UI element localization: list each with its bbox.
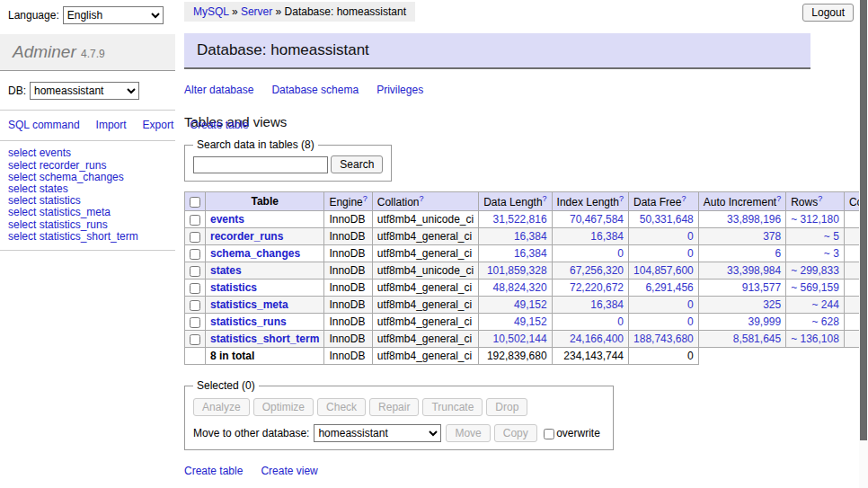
overwrite-option[interactable]: overwrite [544,427,605,439]
db-action-link[interactable]: Alter database [184,84,253,96]
app-version: 4.7.9 [81,48,105,60]
data-length-cell: 101,859,328 [479,262,552,279]
sidebar-select-link[interactable]: select events [8,147,167,159]
language-select[interactable]: English [63,6,164,24]
data-free-cell: 0 [629,245,699,262]
total-cell: 8 in total [206,348,324,365]
select-all-checkbox[interactable] [190,197,200,208]
adminer-logo[interactable]: Adminer [13,42,76,61]
data-free-cell: 0 [629,314,699,331]
table-row: recorder_runsInnoDButf8mb4_general_ci16,… [185,228,868,245]
column-help-link[interactable]: ? [776,194,781,203]
data-length-cell: 48,824,320 [479,279,552,297]
engine-cell: InnoDB [324,297,372,314]
table-link[interactable]: statistics_short_term [210,333,319,345]
table-link[interactable]: schema_changes [210,247,300,260]
data-free-cell: 188,743,680 [629,331,699,348]
rows-cell: ~ 5 [786,228,845,245]
move-button[interactable]: Move [446,424,490,442]
app-header: Adminer 4.7.9 [0,34,175,71]
scrollbar-thumb[interactable] [860,0,867,440]
overwrite-label: overwrite [556,427,600,439]
column-header-collation: Collation? [372,192,478,211]
total-cell: 192,839,680 [479,348,552,365]
total-cell: InnoDB [324,348,372,365]
db-action-links: Alter databaseDatabase schemaPrivileges [184,84,814,96]
sidebar-select-link[interactable]: select recorder_runs [8,160,167,172]
search-button[interactable]: Search [331,155,383,173]
table-row: eventsInnoDButf8mb4_unicode_ci31,522,816… [185,211,868,228]
move-db-select[interactable]: homeassistant [314,424,441,442]
db-label: DB: [8,84,26,97]
tables-header-row: TableEngine?Collation?Data Length?Index … [185,192,868,211]
logout-button[interactable]: Logout [802,4,854,22]
column-header-data_length: Data Length? [479,192,552,211]
row-checkbox[interactable] [190,215,200,226]
sidebar-select-link[interactable]: select schema_changes [8,172,167,183]
data-length-cell: 31,522,816 [479,211,552,228]
language-label: Language: [8,9,59,22]
total-cell: utf8mb4_general_ci [372,348,478,365]
column-help-link[interactable]: ? [419,194,423,203]
row-checkbox[interactable] [190,300,200,311]
breadcrumb-link[interactable]: MySQL [193,5,229,18]
sidebar-command-link[interactable]: Create table [190,119,248,131]
sidebar-command-link[interactable]: Import [96,119,127,131]
data-free-cell: 6,291,456 [629,279,699,297]
check-button[interactable]: Check [317,398,366,416]
table-name-cell: statistics_meta [206,297,324,314]
sidebar-select-link[interactable]: select statistics_runs [8,219,167,231]
data-length-cell: 49,152 [479,297,552,314]
column-help-link[interactable]: ? [619,194,624,203]
page-scrollbar[interactable] [859,0,868,488]
create-link[interactable]: Create table [184,465,243,477]
sidebar-command-link[interactable]: Export [143,119,174,131]
db-action-link[interactable]: Database schema [271,84,359,96]
db-select[interactable]: homeassistant [30,82,139,100]
rows-cell: ~ 299,833 [786,262,845,279]
index-length-cell: 0 [552,245,628,262]
truncate-button[interactable]: Truncate [422,398,483,416]
collation-cell: utf8mb4_general_ci [372,314,478,331]
sidebar-command-link[interactable]: SQL command [8,119,80,131]
table-link[interactable]: states [210,264,242,277]
create-links: Create tableCreate view [184,465,814,477]
row-checkbox[interactable] [190,283,200,294]
table-link[interactable]: statistics [210,281,257,294]
main-content: MySQL » Server » Database: homeassistant… [184,0,868,488]
engine-cell: InnoDB [324,211,372,228]
row-checkbox[interactable] [190,249,200,260]
page-title: Database: homeassistant [184,33,810,69]
collation-cell: utf8mb4_unicode_ci [372,262,478,279]
create-link[interactable]: Create view [261,465,317,477]
sidebar-select-link[interactable]: select statistics_short_term [8,231,167,243]
drop-button[interactable]: Drop [486,398,527,416]
row-checkbox[interactable] [190,334,200,345]
table-link[interactable]: recorder_runs [210,230,283,243]
sidebar-select-link[interactable]: select statistics_meta [8,207,167,218]
analyze-button[interactable]: Analyze [193,398,250,416]
auto-increment-cell: 8,581,645 [698,331,785,348]
row-checkbox[interactable] [190,266,200,277]
optimize-button[interactable]: Optimize [253,398,314,416]
repair-button[interactable]: Repair [369,398,419,416]
row-checkbox[interactable] [190,317,200,328]
breadcrumb-link[interactable]: Server [241,5,272,18]
index-length-cell: 67,256,320 [552,262,628,279]
row-checkbox[interactable] [190,232,200,243]
column-help-link[interactable]: ? [681,194,686,203]
overwrite-checkbox[interactable] [544,429,554,439]
table-link[interactable]: statistics_runs [210,315,287,328]
column-help-link[interactable]: ? [363,194,368,203]
search-input[interactable] [193,156,328,173]
table-row: statistics_short_termInnoDButf8mb4_gener… [185,331,868,348]
column-help-link[interactable]: ? [543,194,547,203]
data-free-cell: 0 [629,228,699,245]
table-link[interactable]: events [210,213,244,226]
copy-button[interactable]: Copy [494,424,537,442]
column-help-link[interactable]: ? [818,194,822,203]
engine-cell: InnoDB [324,279,372,297]
table-link[interactable]: statistics_meta [210,298,288,311]
db-action-link[interactable]: Privileges [376,84,423,96]
move-row: Move to other database:homeassistantMove… [193,424,605,442]
